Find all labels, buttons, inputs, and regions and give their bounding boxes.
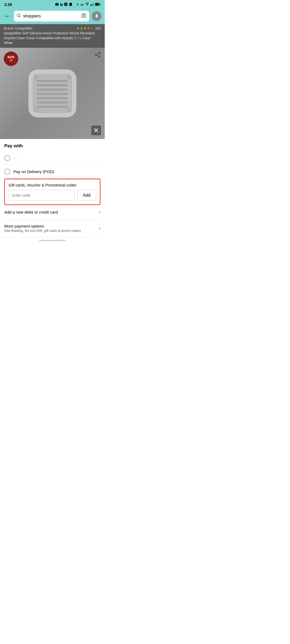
svg-rect-26 <box>37 80 68 82</box>
gift-card-section: Gift cards, Voucher & Promotional codes … <box>4 179 100 205</box>
pod-label: Pay on Delivery (POD) <box>13 169 54 174</box>
svg-rect-2 <box>66 3 67 4</box>
payment-partial-label: ··· <box>13 156 17 160</box>
discount-percent: 62% <box>8 55 15 59</box>
clipboard-status-icon <box>69 2 73 7</box>
star-4: ★ <box>87 26 90 30</box>
svg-line-23 <box>97 53 99 54</box>
radio-partial[interactable] <box>4 155 10 161</box>
close-button[interactable]: ✕ <box>91 126 101 135</box>
payment-option-partial[interactable]: ··· <box>4 151 100 165</box>
svg-rect-3 <box>64 4 66 6</box>
status-time: 2:29 <box>4 2 12 7</box>
home-indicator <box>0 237 105 243</box>
gift-card-title: Gift cards, Voucher & Promotional codes <box>9 183 96 187</box>
review-count: 335 <box>95 26 101 30</box>
pay-with-title: Pay with <box>4 143 100 151</box>
svg-rect-4 <box>66 4 67 6</box>
star-1: ★ <box>77 26 80 30</box>
wifi-signal-icon <box>85 2 89 7</box>
camera-status-icon <box>55 2 59 7</box>
svg-point-0 <box>56 3 58 5</box>
search-input-wrapper[interactable]: shoppers <box>14 11 89 21</box>
status-icons: M <box>55 2 100 7</box>
product-case-svg <box>23 64 82 123</box>
add-card-chevron: › <box>99 209 100 215</box>
svg-rect-13 <box>95 3 99 5</box>
svg-line-15 <box>20 16 20 17</box>
svg-rect-30 <box>37 97 68 99</box>
svg-point-21 <box>99 56 100 57</box>
star-3: ★ <box>84 26 87 30</box>
gmail-status-icon: M <box>60 3 63 7</box>
svg-rect-7 <box>90 5 91 6</box>
gift-code-input[interactable] <box>9 190 75 201</box>
search-value: shoppers <box>23 14 79 19</box>
svg-point-17 <box>83 15 85 17</box>
svg-rect-32 <box>37 106 68 108</box>
battery-icon <box>95 3 100 7</box>
status-bar: 2:29 M <box>0 0 105 9</box>
product-info: Brand: GadgetBite ★ ★ ★ ★ ☆ 335 GadgetBi… <box>0 24 105 48</box>
svg-rect-9 <box>92 3 93 6</box>
svg-rect-27 <box>37 84 68 86</box>
search-icon <box>17 13 21 19</box>
camera-search-icon[interactable] <box>81 13 86 20</box>
share-icon[interactable] <box>95 52 101 60</box>
product-title: GadgetBite Soft Silicone Armor Protectiv… <box>4 31 101 48</box>
svg-point-6 <box>87 5 88 5</box>
payment-option-pod[interactable]: Pay on Delivery (POD) <box>4 165 100 179</box>
signal-bars-icon <box>90 2 94 7</box>
star-2: ★ <box>80 26 83 30</box>
home-bar <box>39 240 66 241</box>
search-bar: ← shoppers <box>0 9 105 24</box>
svg-rect-28 <box>37 89 68 91</box>
product-brand: Brand: GadgetBite <box>4 26 32 30</box>
discount-badge: 62% off <box>4 52 18 66</box>
close-icon: ✕ <box>93 127 99 134</box>
star-half: ☆ <box>90 26 94 30</box>
back-button[interactable]: ← <box>3 12 11 21</box>
more-payment-chevron: › <box>99 225 100 231</box>
payment-section: Pay with ··· Pay on Delivery (POD) Gift … <box>0 139 105 237</box>
svg-rect-1 <box>64 3 66 4</box>
svg-line-22 <box>97 55 99 56</box>
product-image: 62% off ✕ <box>0 48 105 139</box>
svg-rect-10 <box>93 2 94 6</box>
wifi-calling-icon <box>80 2 84 7</box>
more-payment-label: More payment options <box>4 224 81 228</box>
svg-rect-29 <box>37 93 68 95</box>
svg-point-19 <box>99 52 100 54</box>
svg-point-20 <box>95 54 97 56</box>
gift-card-input-row: Add <box>9 190 96 201</box>
bluetooth-status-icon <box>76 2 79 7</box>
svg-point-14 <box>17 14 20 17</box>
add-card-label: Add a new debit or credit card <box>4 210 58 214</box>
radio-pod[interactable] <box>4 169 10 175</box>
svg-rect-12 <box>100 3 100 5</box>
add-code-button[interactable]: Add <box>77 190 96 201</box>
add-card-option[interactable]: Add a new debit or credit card › <box>4 205 100 219</box>
photos-status-icon <box>64 2 68 7</box>
discount-off: off <box>10 59 13 62</box>
svg-point-5 <box>82 5 82 6</box>
svg-rect-8 <box>91 4 92 6</box>
more-payment-text: More payment options (Net Banking, No co… <box>4 224 81 233</box>
more-payment-sublabel: (Net Banking, No cost EMI, gift cards & … <box>4 229 81 233</box>
svg-rect-31 <box>37 101 68 104</box>
mic-button[interactable] <box>92 11 102 21</box>
more-payment-option[interactable]: More payment options (Net Banking, No co… <box>4 219 100 237</box>
